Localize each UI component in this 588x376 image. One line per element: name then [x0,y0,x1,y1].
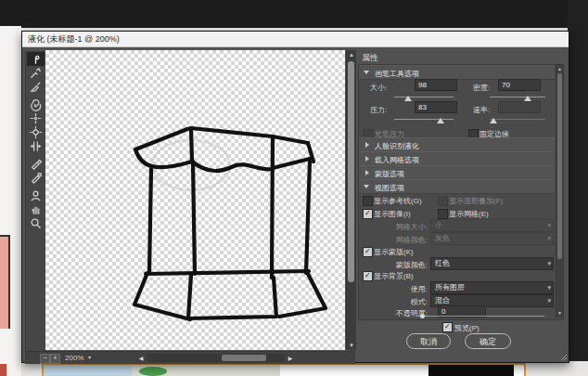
bloat-tool[interactable] [27,125,45,139]
show-face-overlay-label: 显示面部叠加(F) [449,196,503,206]
mesh-color-label: 网格颜色: [385,235,428,245]
brush-density-slider[interactable] [490,97,545,97]
brush-pressure-slider[interactable] [394,119,454,120]
thaw-mask-tool[interactable] [27,171,45,185]
show-image-label: 显示图像(I) [374,209,411,219]
scroll-left-icon[interactable]: ◀ [136,355,146,362]
mesh-size-dropdown[interactable]: 小 ▾ [430,219,554,232]
section-view-options[interactable]: 视图选项 [359,179,555,194]
section-brush-tool-options[interactable]: 画笔工具选项 [359,65,555,80]
backdrop-opacity-slider[interactable] [416,316,544,317]
smooth-tool[interactable] [27,80,45,94]
chevron-down-icon: ▾ [547,233,551,244]
app-background-right [568,0,588,363]
vertical-scroll-thumb[interactable] [348,61,354,282]
section-label: 画笔工具选项 [375,69,419,79]
section-label: 蒙版选项 [375,169,404,179]
show-mask-label: 显示蒙版(K) [374,247,414,257]
canvas-vertical-scrollbar[interactable]: ▲ ▼ [346,50,356,350]
reconstruct-tool[interactable] [27,66,45,80]
twirl-clockwise-tool[interactable] [27,97,45,111]
brush-density-input[interactable]: 70 [498,79,541,91]
panel-scroll-down-icon[interactable]: ▼ [556,310,563,317]
scroll-right-icon[interactable]: ▶ [286,355,295,362]
section-load-mesh-options[interactable]: 载入网格选项 [359,151,555,166]
panel-scroll-up-icon[interactable]: ▲ [556,66,563,72]
brush-rate-slider-thumb[interactable] [490,118,497,123]
show-guides-checkbox[interactable] [363,196,373,206]
canvas-statusbar: − + 200% ▾ ◀ ▶ [25,351,355,364]
reconstruct-icon [29,66,43,80]
show-face-overlay-checkbox[interactable] [438,196,448,206]
backdrop-use-value: 所有图层 [435,283,465,292]
zoom-out-button[interactable]: − [40,354,50,364]
push-left-icon [29,139,43,153]
panel-scroll-thumb[interactable] [557,73,562,259]
brush-pressure-label: 压力: [370,105,387,115]
disclosure-right-icon [365,156,369,162]
background-color-swatch [0,235,10,329]
brush-size-label: 大小: [370,83,387,93]
ok-button[interactable]: 确定 [465,333,511,349]
brush-size-slider[interactable] [394,97,454,97]
liquify-toolbar [25,51,46,352]
show-backdrop-label: 显示背景(B) [374,271,414,281]
backdrop-use-label: 使用: [385,284,428,294]
preview-checkbox[interactable] [442,322,453,332]
push-left-tool[interactable] [27,139,45,153]
mask-color-dropdown[interactable]: 红色 ▾ [430,257,554,270]
horizontal-scroll-thumb[interactable] [222,355,266,361]
brush-density-label: 密度: [473,83,490,93]
freeze-mask-tool[interactable] [27,157,45,171]
brush-pressure-slider-thumb[interactable] [437,118,444,123]
section-face-aware-liquify[interactable]: 人脸识别液化 [359,137,555,152]
forward-warp-tool[interactable] [27,52,45,66]
zoom-tool[interactable] [27,216,45,230]
hand-tool[interactable] [27,202,45,216]
cancel-button[interactable]: 取消 [406,333,451,349]
show-mesh-checkbox[interactable] [438,209,448,219]
brush-size-slider-thumb[interactable] [404,96,412,101]
disclosure-right-icon [365,142,369,148]
show-guides-label: 显示参考线(G) [374,196,422,206]
mask-color-label: 蒙版颜色: [385,260,428,270]
pucker-tool[interactable] [27,111,45,125]
backdrop-use-dropdown[interactable]: 所有图层 ▾ [430,281,554,294]
panel-scrollbar[interactable]: ▲ ▼ [556,65,563,318]
backdrop-mode-value: 混合 [435,296,450,305]
forward-warp-icon [29,52,43,66]
thaw-mask-icon [29,171,43,185]
background-red-swatch [0,364,6,376]
section-label: 载入网格选项 [375,155,419,165]
show-backdrop-checkbox[interactable] [363,271,373,281]
pucker-icon [29,111,43,125]
screen: 液化 (未标题-1 @ 200%) [0,0,588,376]
zoom-level-chevron-icon[interactable]: ▾ [88,354,91,360]
mesh-color-dropdown[interactable]: 灰色 ▾ [430,232,554,245]
show-image-checkbox[interactable] [363,209,373,219]
brush-rate-slider[interactable] [490,119,545,120]
show-mask-checkbox[interactable] [363,247,373,257]
twirl-icon [29,97,43,111]
scroll-down-icon[interactable]: ▼ [347,342,356,349]
scroll-up-icon[interactable]: ▲ [347,51,356,58]
backdrop-opacity-slider-thumb[interactable] [420,314,425,318]
brush-rate-input[interactable] [498,101,541,113]
mask-color-value: 红色 [435,259,450,267]
doc-segment-black [428,365,514,376]
canvas[interactable] [45,50,345,350]
section-mask-options[interactable]: 蒙版选项 [359,165,555,180]
brush-size-input[interactable]: 98 [415,79,457,91]
chevron-down-icon: ▾ [547,295,551,306]
box-line-drawing [45,50,345,350]
show-mesh-label: 显示网格(E) [449,209,489,219]
zoom-level-value[interactable]: 200% [65,354,83,362]
zoom-icon [29,216,43,230]
chevron-down-icon: ▾ [547,282,551,293]
face-tool[interactable] [27,188,45,202]
zoom-in-button[interactable]: + [50,354,60,364]
brush-pressure-input[interactable]: 83 [415,101,457,113]
dialog-resize-grip[interactable] [560,354,567,360]
dialog-titlebar[interactable]: 液化 (未标题-1 @ 200%) [22,32,569,47]
disclosure-down-icon [364,185,369,188]
